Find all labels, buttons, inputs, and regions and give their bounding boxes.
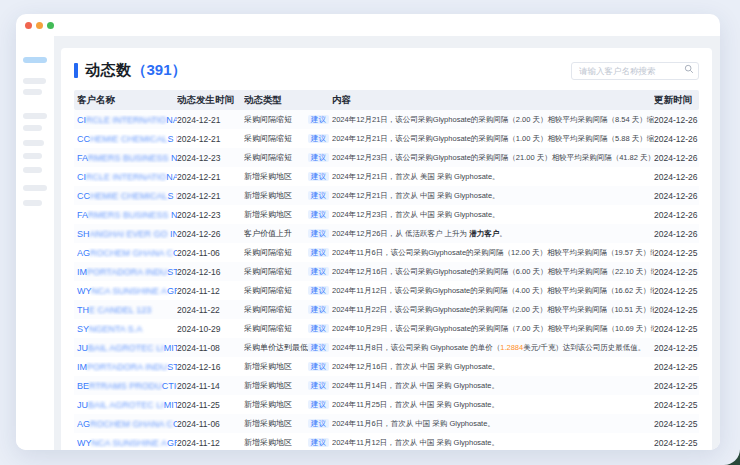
event-time: 2024-11-25 bbox=[177, 400, 244, 410]
dynamic-content: 2024年12月21日，首次从 中国 采购 Glyphosate。 bbox=[332, 191, 654, 201]
table-row: CCHEMIE CHEMICALS LLC 2024-12-21 新增采购地区 … bbox=[74, 186, 699, 205]
customer-name-link[interactable]: CCHEMIE CHEMICALS LLC bbox=[77, 134, 177, 144]
sidebar-item[interactable] bbox=[23, 153, 42, 159]
customer-name-link[interactable]: JUBAIL AGROTEC LIMITED bbox=[77, 343, 177, 353]
suggestion-badge: 建议 bbox=[308, 381, 332, 391]
update-time: 2024-12-25 bbox=[654, 343, 699, 353]
dynamic-type: 采购间隔缩短 bbox=[244, 247, 308, 258]
customer-name-link[interactable]: CCHEMIE CHEMICALS LLC bbox=[77, 191, 177, 201]
suggestion-badge: 建议 bbox=[308, 400, 332, 410]
dynamic-content: 2024年12月21日，该公司采购Glyphosate的采购间隔（1.00 天）… bbox=[332, 134, 654, 144]
table-row: IMPORTADORA INDUSTRIA... 2024-12-16 采购间隔… bbox=[74, 262, 699, 281]
customer-name-link[interactable]: IMPORTADORA INDUSTRIA... bbox=[77, 362, 177, 372]
col-header-content: 内容 bbox=[332, 94, 654, 107]
customer-name-link[interactable]: AGROCHEM GHANA COMPA... bbox=[77, 248, 177, 258]
event-time: 2024-12-16 bbox=[177, 362, 244, 372]
suggestion-badge: 建议 bbox=[308, 172, 332, 182]
customer-name-link[interactable]: SHANGHAI EVER GO INTER... bbox=[77, 229, 177, 239]
table-body: CIRCLE INTERNATIONAL L... 2024-12-21 采购间… bbox=[74, 110, 699, 450]
sidebar-nav bbox=[16, 36, 54, 450]
table-row: IMPORTADORA INDUSTRIA... 2024-12-16 新增采购… bbox=[74, 357, 699, 376]
dynamic-type: 新增采购地区 bbox=[244, 190, 308, 201]
update-time: 2024-12-25 bbox=[654, 400, 699, 410]
customer-name-link[interactable]: CIRCLE INTERNATIONAL L... bbox=[77, 115, 177, 125]
close-button[interactable] bbox=[25, 22, 32, 29]
page-title: 动态数 （391） bbox=[74, 61, 187, 80]
dynamic-type: 新增采购地区 bbox=[244, 209, 308, 220]
customer-name-link[interactable]: THE CANDEL 123 bbox=[77, 305, 177, 315]
suggestion-badge: 建议 bbox=[308, 153, 332, 163]
sidebar-item[interactable] bbox=[23, 78, 46, 84]
update-time: 2024-12-25 bbox=[654, 248, 699, 258]
update-time: 2024-12-25 bbox=[654, 286, 699, 296]
dynamic-type: 新增采购地区 bbox=[244, 380, 308, 391]
sidebar-item-active[interactable] bbox=[23, 57, 47, 63]
table-row: WYNCA SUNSHINE AGRIC ... 2024-11-12 采购间隔… bbox=[74, 281, 699, 300]
sidebar-item[interactable] bbox=[23, 185, 47, 191]
dynamic-type: 采购间隔缩短 bbox=[244, 152, 308, 163]
event-time: 2024-11-14 bbox=[177, 381, 244, 391]
customer-search bbox=[571, 60, 699, 80]
dynamics-count: （391） bbox=[132, 61, 187, 80]
maximize-button[interactable] bbox=[47, 22, 54, 29]
dynamic-content: 2024年11月25日，首次从 中国 采购 Glyphosate。 bbox=[332, 400, 654, 410]
search-input[interactable] bbox=[571, 62, 699, 80]
customer-name-link[interactable]: SYNGENTA S.A bbox=[77, 324, 177, 334]
customer-name-link[interactable]: BERTRAMS PRODUCTIO... bbox=[77, 381, 177, 391]
suggestion-badge: 建议 bbox=[308, 229, 332, 239]
update-time: 2024-12-26 bbox=[654, 153, 699, 163]
app-window: 动态数 （391） 客户名称 动态发生时间 动态类型 bbox=[16, 14, 720, 450]
dynamic-content: 2024年11月6日，该公司采购Glyphosate的采购间隔（12.00 天）… bbox=[332, 248, 654, 258]
dynamic-type: 客户价值上升 bbox=[244, 228, 308, 239]
table-row: AGROCHEM GHANA COMPA... 2024-11-06 采购间隔缩… bbox=[74, 243, 699, 262]
customer-name-link[interactable]: JUBAIL AGROTEC LIMITED bbox=[77, 400, 177, 410]
table-header: 客户名称 动态发生时间 动态类型 内容 更新时间 bbox=[74, 90, 699, 110]
update-time: 2024-12-25 bbox=[654, 305, 699, 315]
customer-name-link[interactable]: WYNCA SUNSHINE AGRIC ... bbox=[77, 286, 177, 296]
title-accent-bar bbox=[74, 63, 78, 78]
update-time: 2024-12-25 bbox=[654, 419, 699, 429]
dynamic-content: 2024年11月8日，该公司采购 Glyphosate 的单价（1.2884美元… bbox=[332, 343, 654, 353]
table-row: JUBAIL AGROTEC LIMITED 2024-11-25 新增采购地区… bbox=[74, 395, 699, 414]
event-time: 2024-11-22 bbox=[177, 305, 244, 315]
page-title-text: 动态数 bbox=[85, 61, 132, 80]
sidebar-item[interactable] bbox=[23, 167, 42, 173]
event-time: 2024-12-16 bbox=[177, 267, 244, 277]
update-time: 2024-12-26 bbox=[654, 134, 699, 144]
event-time: 2024-11-08 bbox=[177, 343, 244, 353]
event-time: 2024-12-23 bbox=[177, 153, 244, 163]
customer-name-link[interactable]: AGROCHEM GHANA COMPA... bbox=[77, 419, 177, 429]
dynamic-content: 2024年11月22日，该公司采购Glyphosate的采购间隔（2.00 天）… bbox=[332, 305, 654, 315]
customer-name-link[interactable]: FARMERS BUSINESS NET... bbox=[77, 153, 177, 163]
event-time: 2024-10-29 bbox=[177, 324, 244, 334]
sidebar-item[interactable] bbox=[23, 113, 47, 119]
event-time: 2024-11-12 bbox=[177, 286, 244, 296]
update-time: 2024-12-26 bbox=[654, 210, 699, 220]
col-header-updated: 更新时间 bbox=[654, 94, 699, 107]
customer-name-link[interactable]: IMPORTADORA INDUSTRIA... bbox=[77, 267, 177, 277]
customer-name-link[interactable]: CIRCLE INTERNATIONAL L... bbox=[77, 172, 177, 182]
table-row: THE CANDEL 123 2024-11-22 采购间隔缩短 建议 2024… bbox=[74, 300, 699, 319]
dynamic-content: 2024年12月21日，该公司采购Glyphosate的采购间隔（2.00 天）… bbox=[332, 115, 654, 125]
update-time: 2024-12-26 bbox=[654, 191, 699, 201]
dynamic-content: 2024年11月6日，首次从 中国 采购 Glyphosate。 bbox=[332, 419, 654, 429]
update-time: 2024-12-25 bbox=[654, 267, 699, 277]
customer-name-link[interactable]: FARMERS BUSINESS NET... bbox=[77, 210, 177, 220]
suggestion-badge: 建议 bbox=[308, 191, 332, 201]
dynamic-content: 2024年12月23日，该公司采购Glyphosate的采购间隔（21.00 天… bbox=[332, 153, 654, 163]
table-row: SHANGHAI EVER GO INTER... 2024-12-26 客户价… bbox=[74, 224, 699, 243]
search-icon[interactable] bbox=[684, 64, 694, 74]
sidebar-item[interactable] bbox=[23, 89, 42, 95]
update-time: 2024-12-26 bbox=[654, 172, 699, 182]
table-row: WYNCA SUNSHINE AGRIC ... 2024-11-12 新增采购… bbox=[74, 433, 699, 450]
sidebar-item[interactable] bbox=[23, 140, 44, 146]
event-time: 2024-11-12 bbox=[177, 438, 244, 448]
update-time: 2024-12-25 bbox=[654, 381, 699, 391]
sidebar-item[interactable] bbox=[23, 200, 42, 206]
minimize-button[interactable] bbox=[36, 22, 43, 29]
table-row: CIRCLE INTERNATIONAL L... 2024-12-21 采购间… bbox=[74, 110, 699, 129]
customer-name-link[interactable]: WYNCA SUNSHINE AGRIC ... bbox=[77, 438, 177, 448]
sidebar-item[interactable] bbox=[23, 125, 42, 131]
suggestion-badge: 建议 bbox=[308, 362, 332, 372]
update-time: 2024-12-26 bbox=[654, 115, 699, 125]
